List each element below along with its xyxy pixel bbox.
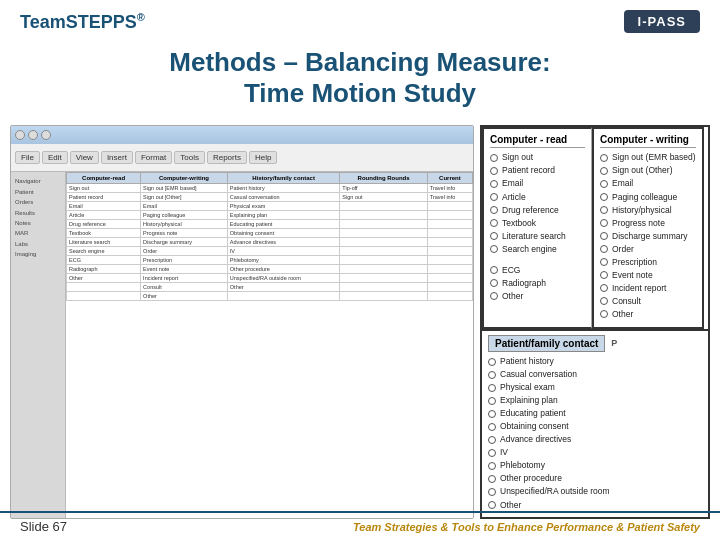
- table-cell: [340, 211, 427, 220]
- spacer: [490, 257, 585, 265]
- table-cell: Consult: [141, 283, 228, 292]
- ss-col-header: History/family contact: [227, 173, 340, 184]
- table-cell: Event note: [141, 265, 228, 274]
- table-cell: Prescription: [141, 256, 228, 265]
- table-cell: Order: [141, 247, 228, 256]
- toolbar-btn-8: Help: [249, 151, 277, 164]
- brand-logo: TeamSTEPPS®: [20, 11, 145, 33]
- radio-icon: [488, 410, 496, 418]
- radio-icon: [488, 449, 496, 457]
- list-item: Progress note: [600, 218, 696, 229]
- table-cell: Other: [67, 274, 141, 283]
- patient-panel-subtitle: P: [611, 338, 617, 348]
- radio-icon: [488, 397, 496, 405]
- radio-icon: [600, 258, 608, 266]
- list-item: Incident report: [600, 283, 696, 294]
- table-cell: [427, 256, 472, 265]
- table-row: ECG Prescription Phlebotomy: [67, 256, 473, 265]
- radio-icon: [488, 488, 496, 496]
- radio-icon: [488, 384, 496, 392]
- computer-read-title: Computer - read: [490, 134, 585, 148]
- list-item: Consult: [600, 296, 696, 307]
- title-line1: Methods – Balancing Measure:: [169, 47, 550, 77]
- ss-col-header: Current: [427, 173, 472, 184]
- table-row: Article Paging colleague Explaining plan: [67, 211, 473, 220]
- table-cell: [427, 202, 472, 211]
- page-title: Methods – Balancing Measure: Time Motion…: [0, 47, 720, 109]
- table-cell: [427, 265, 472, 274]
- table-cell: Progress note: [141, 229, 228, 238]
- list-item: Paging colleague: [600, 192, 696, 203]
- radio-icon: [490, 154, 498, 162]
- list-item: Patient history: [488, 356, 702, 367]
- footer: Slide 67 Team Strategies & Tools to Enha…: [0, 511, 720, 540]
- table-row: Drug reference History/physical Educatin…: [67, 220, 473, 229]
- brand-text: TeamSTEPPS: [20, 12, 137, 32]
- table-cell: Incident report: [141, 274, 228, 283]
- table-cell: Literature search: [67, 238, 141, 247]
- computer-write-panel: Computer - writing Sign out (EMR based) …: [592, 127, 704, 329]
- table-cell: Advance directives: [227, 238, 340, 247]
- list-item: Other: [488, 500, 702, 511]
- radio-icon: [600, 297, 608, 305]
- list-item: Drug reference: [490, 205, 585, 216]
- ss-col-header: Computer-read: [67, 173, 141, 184]
- list-item: Physical exam: [488, 382, 702, 393]
- win-max-btn: [41, 130, 51, 140]
- table-row: Literature search Discharge summary Adva…: [67, 238, 473, 247]
- toolbar-btn-4: Insert: [101, 151, 133, 164]
- radio-icon: [490, 206, 498, 214]
- table-cell: Other procedure: [227, 265, 340, 274]
- table-cell: Article: [67, 211, 141, 220]
- table-cell: Paging colleague: [141, 211, 228, 220]
- radio-icon: [600, 284, 608, 292]
- table-cell: ECG: [67, 256, 141, 265]
- radio-icon: [488, 436, 496, 444]
- list-item: IV: [488, 447, 702, 458]
- toolbar-btn-3: View: [70, 151, 99, 164]
- radio-icon: [600, 219, 608, 227]
- list-item: Discharge summary: [600, 231, 696, 242]
- list-item: History/physical: [600, 205, 696, 216]
- list-item: Literature search: [490, 231, 585, 242]
- screenshot-panel: File Edit View Insert Format Tools Repor…: [10, 125, 474, 518]
- list-item: Event note: [600, 270, 696, 281]
- table-cell: Phlebotomy: [227, 256, 340, 265]
- radio-icon: [600, 271, 608, 279]
- table-cell: [340, 238, 427, 247]
- table-cell: Search engine: [67, 247, 141, 256]
- list-item: Other: [490, 291, 585, 302]
- ss-sidebar-item: Navigator: [13, 176, 63, 186]
- list-item: Radiograph: [490, 278, 585, 289]
- table-cell: [427, 229, 472, 238]
- list-item: Sign out: [490, 152, 585, 163]
- table-cell: Travel info: [427, 193, 472, 202]
- list-item: Other procedure: [488, 473, 702, 484]
- table-cell: Email: [67, 202, 141, 211]
- radio-icon: [600, 206, 608, 214]
- table-cell: Discharge summary: [141, 238, 228, 247]
- radio-icon: [488, 358, 496, 366]
- table-row: Search engine Order IV: [67, 247, 473, 256]
- screenshot-titlebar: [11, 126, 473, 144]
- ss-col-header: Rounding Rounds: [340, 173, 427, 184]
- table-row: Radiograph Event note Other procedure: [67, 265, 473, 274]
- table-row: Textbook Progress note Obtaining consent: [67, 229, 473, 238]
- list-item: Email: [490, 178, 585, 189]
- table-cell: [427, 292, 472, 301]
- radio-icon: [490, 180, 498, 188]
- list-item: Order: [600, 244, 696, 255]
- list-item: Email: [600, 178, 696, 189]
- radio-icon: [490, 292, 498, 300]
- table-cell: Email: [141, 202, 228, 211]
- list-item: Advance directives: [488, 434, 702, 445]
- brand-sup: ®: [137, 11, 145, 23]
- table-cell: Sign out: [340, 193, 427, 202]
- radio-icon: [600, 245, 608, 253]
- list-item: Phlebotomy: [488, 460, 702, 471]
- ss-sidebar-item: Patient: [13, 187, 63, 197]
- table-cell: Travel info: [427, 184, 472, 193]
- table-cell: Patient record: [67, 193, 141, 202]
- table-cell: Sign out [EMR based]: [141, 184, 228, 193]
- header: TeamSTEPPS® I-PASS: [0, 0, 720, 39]
